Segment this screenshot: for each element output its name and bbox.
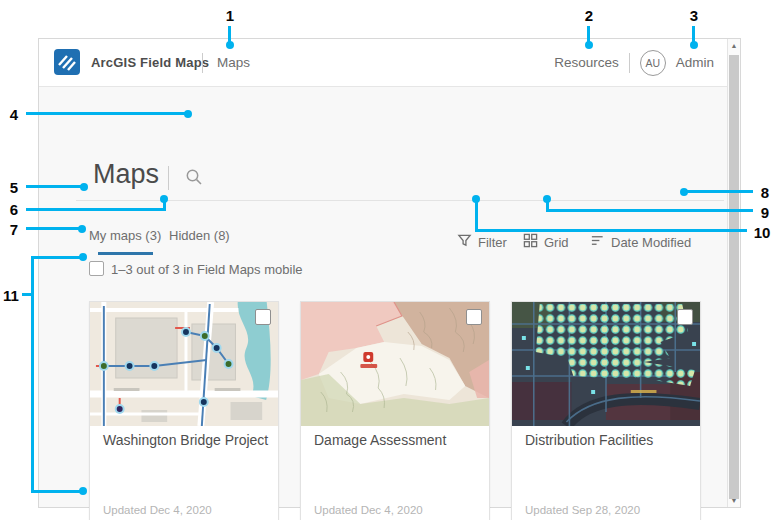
terrain-map-image <box>301 302 489 426</box>
search-icon[interactable] <box>185 168 203 186</box>
title-divider <box>168 166 169 190</box>
app-title: ArcGIS Field Maps <box>91 39 209 86</box>
card-updated-date: Updated Sep 28, 2020 <box>525 504 640 516</box>
content-area: Maps My maps (3) Hidden (8) F <box>39 87 727 507</box>
sort-button[interactable]: Date Modified <box>590 233 691 251</box>
header-divider-2 <box>629 53 630 73</box>
selection-count-label: 1–3 out of 3 in Field Maps mobile <box>111 262 303 277</box>
title-rule <box>76 200 724 201</box>
active-tab-underline <box>98 252 153 255</box>
tab-hidden[interactable]: Hidden (8) <box>169 228 230 243</box>
card-title: Damage Assessment <box>314 432 446 448</box>
sort-label: Date Modified <box>611 235 691 250</box>
map-thumbnail[interactable] <box>512 302 700 426</box>
select-all-checkbox[interactable] <box>89 261 104 276</box>
grid-label: Grid <box>544 235 569 250</box>
map-card-distribution-facilities[interactable]: Distribution Facilities Updated Sep 28, … <box>511 301 701 520</box>
scrollbar[interactable]: ▲ ▼ <box>727 39 740 507</box>
map-thumbnail[interactable] <box>90 302 278 426</box>
tab-my-maps[interactable]: My maps (3) <box>89 228 161 243</box>
grid-view-button[interactable]: Grid <box>523 233 569 251</box>
admin-menu[interactable]: Admin <box>676 55 714 70</box>
app-window: ArcGIS Field Maps Maps Resources AU Admi… <box>38 38 741 508</box>
card-checkbox[interactable] <box>677 309 693 325</box>
grid-icon <box>523 233 538 251</box>
resources-link[interactable]: Resources <box>554 55 619 70</box>
map-card-washington-bridge[interactable]: Washington Bridge Project Updated Dec 4,… <box>89 301 279 520</box>
card-title: Distribution Facilities <box>525 432 653 448</box>
card-title: Washington Bridge Project <box>103 432 268 448</box>
card-updated-date: Updated Dec 4, 2020 <box>103 504 212 516</box>
filter-label: Filter <box>478 235 507 250</box>
dark-map-image <box>512 302 700 426</box>
map-card-damage-assessment[interactable]: Damage Assessment Updated Dec 4, 2020 <box>300 301 490 520</box>
map-thumbnail[interactable] <box>301 302 489 426</box>
scroll-up-icon[interactable]: ▲ <box>728 42 740 49</box>
sort-icon <box>590 233 605 251</box>
scrollbar-thumb[interactable] <box>729 55 739 499</box>
window-header: ArcGIS Field Maps Maps Resources AU Admi… <box>39 39 740 87</box>
avatar[interactable]: AU <box>640 50 666 76</box>
card-checkbox[interactable] <box>466 309 482 325</box>
card-updated-date: Updated Dec 4, 2020 <box>314 504 423 516</box>
street-map-image <box>90 302 278 426</box>
card-checkbox[interactable] <box>255 309 271 325</box>
filter-icon <box>457 233 472 251</box>
field-maps-logo-icon <box>54 49 80 75</box>
screenshot-canvas: ArcGIS Field Maps Maps Resources AU Admi… <box>0 0 778 520</box>
header-divider <box>202 53 203 73</box>
scroll-down-icon[interactable]: ▼ <box>728 497 740 504</box>
page-title: Maps <box>93 159 159 190</box>
filter-button[interactable]: Filter <box>457 233 507 251</box>
